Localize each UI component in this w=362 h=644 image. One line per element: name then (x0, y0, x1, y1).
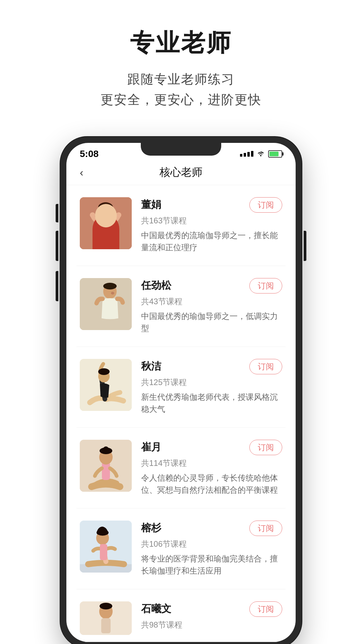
teacher-list: 董娟 订阅 共163节课程 中国最优秀的流瑜伽导师之一，擅长能量流和正位理疗 (66, 185, 296, 642)
avatar (80, 278, 132, 330)
svg-rect-0 (80, 197, 132, 249)
teacher-info: 崔月 订阅 共114节课程 令人信赖的心灵导师，专长传统哈他体位、冥想与自然疗法… (141, 440, 282, 496)
nav-bar: ‹ 核心老师 (66, 160, 296, 185)
teacher-name: 石曦文 (141, 602, 171, 616)
phone-notch (141, 143, 221, 156)
subscribe-button[interactable]: 订阅 (249, 521, 282, 536)
teacher-courses: 共125节课程 (141, 377, 282, 388)
avatar (80, 521, 132, 573)
list-item[interactable]: 榕杉 订阅 共106节课程 将专业的医学背景和瑜伽完美结合，擅长瑜伽理疗和生活应… (76, 508, 286, 589)
mute-button (56, 204, 58, 222)
svg-rect-22 (100, 544, 107, 560)
svg-point-1 (98, 204, 113, 221)
avatar (80, 440, 132, 492)
back-button[interactable]: ‹ (80, 166, 93, 179)
phone-mockup: 5:08 (60, 137, 302, 644)
list-item[interactable]: 任劲松 订阅 共43节课程 中国最优秀的瑜伽导师之一，低调实力型 (76, 266, 286, 347)
page-header: 专业老师 跟随专业老师练习 更安全，更安心，进阶更快 (0, 0, 362, 123)
teacher-desc: 令人信赖的心灵导师，专长传统哈他体位、冥想与自然疗法相配合的平衡课程 (141, 472, 282, 496)
page-title: 专业老师 (13, 27, 349, 59)
svg-point-5 (116, 212, 121, 218)
teacher-courses: 共43节课程 (141, 296, 282, 307)
teacher-name: 秋洁 (141, 360, 161, 373)
teacher-desc: 新生代优秀瑜伽老师代表，授课风格沉稳大气 (141, 391, 282, 415)
subscribe-button[interactable]: 订阅 (249, 601, 282, 617)
teacher-name: 任劲松 (141, 279, 171, 292)
teacher-info: 任劲松 订阅 共43节课程 中国最优秀的瑜伽导师之一，低调实力型 (141, 278, 282, 334)
teacher-desc: 中国最优秀的流瑜伽导师之一，擅长能量流和正位理疗 (141, 229, 282, 254)
svg-point-25 (100, 603, 112, 609)
svg-rect-3 (98, 207, 100, 217)
list-item[interactable]: 秋洁 订阅 共125节课程 新生代优秀瑜伽老师代表，授课风格沉稳大气 (76, 347, 286, 428)
avatar (80, 197, 132, 249)
signal-icon (240, 151, 253, 157)
status-time: 5:08 (80, 149, 99, 159)
teacher-desc: 中国最优秀的瑜伽导师之一，低调实力型 (141, 310, 282, 334)
page-subtitle: 跟随专业老师练习 更安全，更安心，进阶更快 (13, 69, 349, 110)
teacher-info: 董娟 订阅 共163节课程 中国最优秀的流瑜伽导师之一，擅长能量流和正位理疗 (141, 197, 282, 254)
wifi-icon (257, 150, 265, 158)
teacher-courses: 共163节课程 (141, 215, 282, 226)
svg-point-12 (98, 368, 110, 375)
svg-rect-26 (101, 618, 111, 633)
teacher-info: 榕杉 订阅 共106节课程 将专业的医学背景和瑜伽完美结合，擅长瑜伽理疗和生活应… (141, 521, 282, 577)
teacher-name: 榕杉 (141, 521, 161, 535)
subscribe-button[interactable]: 订阅 (249, 278, 282, 293)
teacher-courses: 共114节课程 (141, 458, 282, 469)
subscribe-button[interactable]: 订阅 (249, 197, 282, 213)
teacher-courses: 共106节课程 (141, 539, 282, 549)
teacher-info: 秋洁 订阅 共125节课程 新生代优秀瑜伽老师代表，授课风格沉稳大气 (141, 359, 282, 415)
list-item[interactable]: 崔月 订阅 共114节课程 令人信赖的心灵导师，专长传统哈他体位、冥想与自然疗法… (76, 428, 286, 508)
teacher-name: 董娟 (141, 198, 161, 212)
avatar (80, 601, 132, 635)
list-item[interactable]: 董娟 订阅 共163节课程 中国最优秀的流瑜伽导师之一，擅长能量流和正位理疗 (76, 185, 286, 266)
svg-point-8 (103, 283, 117, 289)
nav-title: 核心老师 (160, 165, 202, 180)
avatar (80, 359, 132, 411)
list-item[interactable]: 石曦文 订阅 共98节课程 (76, 589, 286, 642)
volume-down-button (56, 271, 58, 301)
subscribe-button[interactable]: 订阅 (249, 440, 282, 455)
svg-point-4 (90, 212, 95, 218)
teacher-desc: 将专业的医学背景和瑜伽完美结合，擅长瑜伽理疗和生活应用 (141, 553, 282, 577)
battery-icon (268, 150, 282, 158)
svg-point-17 (103, 446, 109, 452)
teacher-info: 石曦文 订阅 共98节课程 (141, 601, 282, 634)
power-button (304, 231, 306, 261)
teacher-courses: 共98节课程 (141, 620, 282, 630)
status-icons (240, 150, 282, 158)
svg-point-2 (98, 202, 113, 212)
volume-up-button (56, 231, 58, 261)
teacher-name: 崔月 (141, 440, 161, 454)
svg-point-9 (111, 292, 114, 294)
subscribe-button[interactable]: 订阅 (249, 359, 282, 374)
